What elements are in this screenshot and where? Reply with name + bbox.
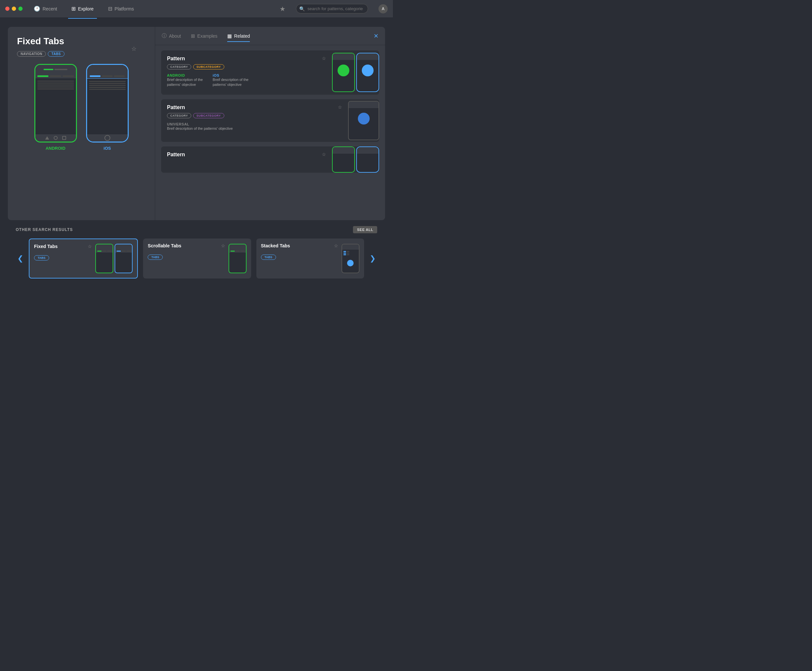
card-1-star[interactable]: ☆ bbox=[322, 56, 326, 61]
next-arrow[interactable]: ❯ bbox=[368, 254, 377, 263]
card-1-ios-label: iOS bbox=[212, 73, 248, 77]
pattern-card-1-left: Pattern ☆ CATEGORY SUBCATEGORY ANDROID B… bbox=[161, 51, 332, 95]
pattern-card-3-left: Pattern ☆ bbox=[161, 146, 332, 173]
ios-bottom-bar bbox=[87, 135, 128, 141]
left-panel: Fixed Tabs ☆ NAVIGATION TABS bbox=[8, 27, 155, 220]
r3-dot-1 bbox=[343, 251, 346, 252]
tab-about[interactable]: ⓘ About bbox=[162, 30, 181, 42]
android-line-1 bbox=[37, 81, 74, 82]
card-2-universal-thumb-top bbox=[349, 102, 379, 108]
pattern-title: Fixed Tabs bbox=[17, 36, 146, 46]
r3-dot-4 bbox=[347, 253, 349, 254]
android-line-4 bbox=[37, 87, 74, 87]
nav-recent[interactable]: 🕐 Recent bbox=[31, 3, 60, 14]
result-card-3[interactable]: Stacked Tabs ☆ TABS bbox=[257, 238, 364, 279]
ios-line-2 bbox=[89, 83, 126, 84]
ios-body bbox=[87, 78, 128, 92]
r3-dot-row-2 bbox=[343, 253, 358, 254]
card-2-star[interactable]: ☆ bbox=[338, 104, 342, 110]
result-2-title: Scrollable Tabs bbox=[148, 243, 181, 249]
result-1-star[interactable]: ☆ bbox=[88, 244, 92, 249]
pattern-card-3-right bbox=[332, 146, 379, 173]
card-3-ios-thumb bbox=[356, 146, 379, 173]
result-3-star[interactable]: ☆ bbox=[334, 243, 338, 249]
close-button[interactable]: ✕ bbox=[374, 32, 379, 40]
android-line-5 bbox=[37, 89, 74, 89]
card-1-ios-thumb bbox=[356, 53, 379, 92]
favorites-star[interactable]: ★ bbox=[280, 5, 285, 13]
result-2-star[interactable]: ☆ bbox=[221, 243, 225, 249]
tab-examples-label: Examples bbox=[197, 33, 217, 39]
result-1-tag: TABS bbox=[34, 255, 49, 261]
android-body bbox=[36, 78, 76, 92]
main-area: Fixed Tabs ☆ NAVIGATION TABS bbox=[0, 18, 393, 291]
avatar[interactable]: A bbox=[379, 4, 388, 14]
r1-ios-tabs bbox=[115, 250, 132, 253]
result-2-tag: TABS bbox=[148, 255, 163, 260]
r1-android-tab1 bbox=[97, 250, 102, 252]
nav-recent-label: Recent bbox=[42, 6, 57, 12]
tab-related[interactable]: ▦ Related bbox=[227, 31, 250, 42]
close-traffic-light[interactable] bbox=[5, 7, 10, 11]
result-card-3-info: Stacked Tabs ☆ TABS bbox=[261, 243, 338, 274]
card-3-star[interactable]: ☆ bbox=[322, 152, 326, 157]
other-results-header: OTHER SEARCH RESULTS SEE ALL bbox=[16, 226, 377, 233]
card-1-title: Pattern bbox=[167, 56, 185, 61]
card-2-universal-thumb-circle bbox=[358, 113, 370, 124]
left-top: Fixed Tabs ☆ NAVIGATION TABS bbox=[17, 36, 146, 57]
r1-android-tab2 bbox=[102, 250, 106, 252]
r3-dots bbox=[342, 250, 359, 257]
examples-icon: ⊞ bbox=[191, 33, 195, 39]
ios-tab-row bbox=[87, 74, 128, 78]
ios-line-5 bbox=[89, 89, 126, 90]
card-1-ios-desc: Breif description of thepatterns' object… bbox=[212, 77, 248, 87]
see-all-button[interactable]: SEE ALL bbox=[353, 226, 377, 233]
related-icon: ▦ bbox=[227, 33, 232, 39]
nav-platforms[interactable]: ⊟ Platforms bbox=[105, 3, 137, 14]
ios-tab-3 bbox=[114, 75, 125, 77]
card-1-android-label: ANDROID bbox=[167, 73, 203, 77]
r3-dot-row-3 bbox=[343, 254, 358, 255]
android-recent-btn bbox=[62, 136, 66, 140]
r3-dot-6 bbox=[347, 254, 349, 255]
ios-phone-wrap: iOS bbox=[86, 64, 129, 151]
r1-android-top bbox=[96, 244, 113, 250]
search-input[interactable] bbox=[296, 4, 368, 14]
ios-phone-mockup bbox=[86, 64, 129, 143]
r1-android-tab3 bbox=[107, 250, 111, 252]
card-1-android-thumb bbox=[332, 53, 355, 92]
card-1-android-thumb-top bbox=[333, 53, 354, 60]
r3-dot-row-1 bbox=[343, 251, 358, 252]
maximize-traffic-light[interactable] bbox=[18, 7, 22, 11]
card-2-tag-category: CATEGORY bbox=[167, 113, 191, 118]
nav-explore[interactable]: ⊞ Explore bbox=[68, 3, 97, 14]
android-line-2 bbox=[37, 83, 74, 83]
recent-icon: 🕐 bbox=[34, 5, 40, 12]
card-1-android-desc: Brief description of thepatterns' object… bbox=[167, 77, 203, 87]
pattern-card-3[interactable]: Pattern ☆ bbox=[161, 146, 379, 173]
results-row: Fixed Tabs ☆ TABS bbox=[29, 238, 364, 279]
ios-tab-2 bbox=[102, 75, 113, 77]
card-1-tags: CATEGORY SUBCATEGORY bbox=[167, 64, 326, 70]
traffic-lights bbox=[5, 7, 22, 11]
other-results-label: OTHER SEARCH RESULTS bbox=[16, 227, 73, 232]
minimize-traffic-light[interactable] bbox=[12, 7, 16, 11]
tab-related-label: Related bbox=[234, 33, 250, 39]
ios-phone-top bbox=[87, 65, 128, 74]
card-3-header: Pattern ☆ bbox=[167, 152, 326, 160]
android-tab-row bbox=[36, 74, 76, 78]
result-card-1[interactable]: Fixed Tabs ☆ TABS bbox=[29, 238, 138, 279]
pattern-card-2[interactable]: Pattern ☆ CATEGORY SUBCATEGORY UNIVERSAL… bbox=[161, 99, 379, 142]
pattern-card-1[interactable]: Pattern ☆ CATEGORY SUBCATEGORY ANDROID B… bbox=[161, 51, 379, 95]
pattern-card-2-left: Pattern ☆ CATEGORY SUBCATEGORY UNIVERSAL… bbox=[161, 99, 348, 142]
result-3-ios-thumb bbox=[341, 244, 360, 273]
tab-about-label: About bbox=[169, 33, 181, 39]
result-3-tag: TABS bbox=[261, 255, 276, 260]
card-2-tag-subcategory: SUBCATEGORY bbox=[193, 113, 224, 118]
tab-examples[interactable]: ⊞ Examples bbox=[191, 31, 217, 42]
ios-label: iOS bbox=[104, 146, 110, 151]
result-card-2[interactable]: Scrollable Tabs ☆ TABS bbox=[143, 238, 251, 279]
favorite-button[interactable]: ☆ bbox=[131, 45, 136, 53]
prev-arrow[interactable]: ❮ bbox=[16, 254, 25, 263]
result-2-thumbs bbox=[229, 243, 246, 274]
